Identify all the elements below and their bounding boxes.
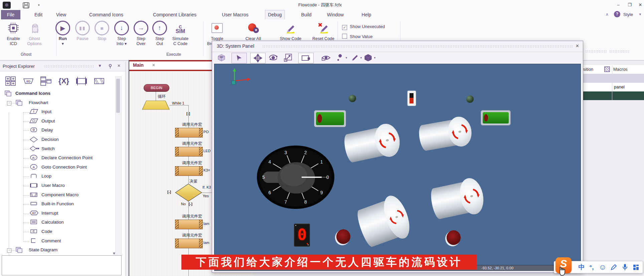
frame-dot-tool[interactable] — [298, 53, 314, 63]
led-sphere[interactable] — [349, 95, 356, 102]
windows-icon[interactable] — [39, 75, 53, 87]
rocker-switch[interactable] — [408, 91, 416, 106]
menu-edit[interactable]: Edit — [32, 10, 45, 19]
dc-motor[interactable] — [417, 115, 474, 154]
help-icon[interactable]: ? — [614, 11, 620, 17]
tree-item-built-in-function[interactable]: Built-in Function — [0, 200, 114, 209]
wheel[interactable] — [336, 229, 350, 244]
flow-component-macro[interactable] — [175, 166, 203, 176]
collapse-ribbon-icon[interactable]: ∧ — [606, 12, 609, 17]
color-swatch-row[interactable] — [583, 91, 644, 100]
right-panel-drag-handle[interactable] — [585, 50, 607, 53]
tree-item-loop[interactable]: Loop — [0, 172, 114, 181]
led-sphere[interactable] — [466, 95, 474, 103]
pin-icon[interactable] — [108, 64, 113, 69]
tree-item-flowchart[interactable]: −Flowchart — [0, 98, 114, 107]
tree-item-declare-connection-point[interactable]: A:Declare Connection Point — [0, 154, 114, 163]
tab-close-icon[interactable]: ✕ — [152, 63, 155, 67]
macro-bar-icon[interactable] — [74, 75, 89, 87]
wheel[interactable] — [447, 230, 461, 245]
menu-help[interactable]: Help — [359, 10, 374, 19]
flow-collapse-1[interactable]: [-] — [186, 111, 190, 115]
panel-name-value[interactable]: panel — [614, 84, 625, 89]
sogou-logo[interactable]: S — [555, 257, 572, 273]
cube3d-tool[interactable]: 3D — [215, 53, 227, 63]
tree-item-code[interactable]: CCode — [0, 227, 114, 236]
tree-item-delay[interactable]: DDelay — [0, 126, 114, 135]
ime-emoji-icon[interactable]: ☺ — [598, 263, 608, 272]
tree-item-interrupt[interactable]: INTInterrupt — [0, 209, 114, 218]
flow-loop-shape[interactable] — [142, 100, 170, 110]
ime-punctuation-toggle[interactable]: °, — [587, 263, 596, 272]
tree-item-decision[interactable]: Decision — [0, 135, 114, 144]
box-tool[interactable]: ▼ — [363, 53, 376, 63]
3d-panel-drag-handle[interactable] — [262, 45, 573, 48]
menu-user-macros[interactable]: User Macros — [219, 10, 251, 19]
tree-item-comment[interactable]: Comment — [0, 237, 114, 246]
close-button[interactable]: ✕ — [636, 1, 644, 9]
flow-component-macro[interactable] — [175, 220, 203, 229]
rotate-tool[interactable] — [267, 53, 280, 63]
panel-drag-handle[interactable] — [44, 65, 94, 68]
3d-panel-titlebar[interactable]: 3D: System Panel ✕ — [212, 41, 583, 52]
menu-build[interactable]: Build — [298, 10, 314, 19]
play-cursor-tool[interactable] — [231, 53, 247, 63]
quick-access-caret-icon[interactable]: ▾ — [38, 3, 40, 7]
ghost-options-button[interactable]: GhostOptions — [18, 21, 50, 46]
ime-voice-icon[interactable] — [620, 263, 630, 272]
tree-expander-icon[interactable]: − — [7, 248, 11, 253]
io-icon[interactable]: I/O — [21, 75, 36, 87]
flow-component-macro[interactable] — [175, 128, 203, 137]
menu-window[interactable]: Window — [324, 10, 346, 19]
tree-item-input[interactable]: IInput — [0, 107, 114, 116]
3d-panel-close-icon[interactable]: ✕ — [576, 43, 579, 48]
dc-motor[interactable] — [342, 121, 402, 166]
expand-tool[interactable] — [282, 53, 294, 63]
battery-component[interactable] — [314, 110, 346, 127]
eye-tool[interactable] — [320, 53, 332, 63]
dc-motor[interactable] — [353, 192, 414, 251]
menu-view[interactable]: View — [53, 10, 69, 19]
tree-item-component-macro[interactable]: Component Macro — [0, 191, 114, 200]
tree-item-user-macro[interactable]: User Macro — [0, 181, 114, 190]
ime-handwriting-icon[interactable] — [609, 263, 619, 272]
add-grid-icon[interactable] — [3, 75, 18, 87]
expression-icon[interactable]: {X} — [56, 75, 71, 87]
tab-main[interactable]: Main — [133, 62, 144, 68]
tree-expander-icon[interactable]: − — [7, 101, 11, 105]
menu-component-libraries[interactable]: Component Libraries — [150, 10, 199, 19]
checkbox-show-unexecuted[interactable]: ✓Show Unexecuted — [342, 24, 385, 30]
tree-item-output[interactable]: Output — [0, 117, 114, 126]
move-tool[interactable] — [250, 53, 266, 63]
tree-item-goto-connection-point[interactable]: AGoto Connection Point — [0, 163, 114, 172]
panel-close-icon[interactable]: ✕ — [117, 63, 121, 68]
save-icon[interactable] — [23, 2, 29, 8]
restore-button[interactable]: ❐ — [625, 1, 634, 9]
brush-tool[interactable]: ▼ — [351, 53, 362, 63]
menu-file[interactable]: File — [1, 10, 20, 19]
ime-language-toggle[interactable]: 中 — [577, 263, 586, 272]
battery-component[interactable] — [481, 110, 511, 125]
ime-toolbox-icon[interactable] — [631, 263, 641, 272]
tree-item-calculation[interactable]: Calculation — [0, 218, 114, 227]
menu-debug[interactable]: Debug — [265, 10, 285, 20]
checkbox-show-value[interactable]: Show Value — [342, 34, 372, 39]
tree-item-switch[interactable]: Switch — [0, 145, 114, 154]
wrench-tool[interactable]: ▼ — [336, 53, 348, 63]
rotary-dial[interactable]: 0123456789 — [257, 145, 335, 209]
dc-motor[interactable] — [428, 176, 486, 223]
style-menu[interactable]: Style — [623, 12, 633, 17]
seven-segment-display[interactable]: 0 — [294, 224, 310, 247]
tree-item-command-icons[interactable]: Command Icons — [0, 89, 114, 98]
flow-component-macro[interactable] — [175, 147, 203, 157]
flow-collapse-3[interactable]: [-] — [189, 202, 192, 206]
flow-collapse-2[interactable]: [-] — [167, 190, 171, 194]
menu-command-icons[interactable]: Command Icons — [87, 10, 126, 19]
flow-begin[interactable]: BEGIN — [144, 84, 169, 92]
flow-component-macro[interactable] — [175, 239, 203, 248]
tree-item-state-diagram[interactable]: −State Diagram — [0, 246, 114, 255]
reset-code-button[interactable]: Reset Code — [307, 21, 339, 41]
macro-hatch-icon[interactable] — [92, 75, 107, 87]
show-code-button[interactable]: Show Code — [275, 21, 307, 41]
panel-menu-caret-icon[interactable]: ▼ — [98, 63, 102, 68]
